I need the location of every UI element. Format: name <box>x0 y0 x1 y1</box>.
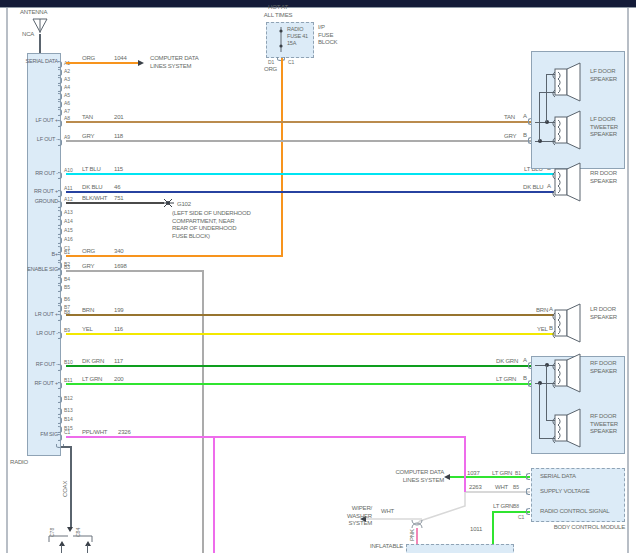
lf-pos-wire <box>66 121 531 123</box>
arrow-left-icon <box>444 474 450 480</box>
pin-a4: A4 <box>64 84 70 90</box>
lf-door-speaker-icon <box>551 62 585 102</box>
wire-color-label: WHT <box>495 484 508 491</box>
wire-color-label: BLK/WHT <box>82 195 107 202</box>
fuse-name-label: RADIOFUSE 4115A <box>287 26 308 47</box>
pin-a3: A3 <box>64 76 70 82</box>
title-bar <box>0 0 636 7</box>
wire-color-label: TAN <box>504 114 515 121</box>
rr-door-speaker-icon <box>551 162 585 202</box>
signal-ground: GROUND <box>25 198 58 204</box>
rf-tweeter-icon <box>551 408 585 448</box>
wire-circuit-label: 1698 <box>114 263 127 270</box>
signal-lf-out-neg: LF OUT - <box>25 136 58 142</box>
frame-left-line <box>6 8 8 553</box>
fm-sig-branch-vertical <box>213 437 215 553</box>
inflatable-box <box>406 544 514 553</box>
bcm-radio-control-label: RADIO CONTROL SIGNAL <box>540 508 609 515</box>
arrow-right-icon <box>138 60 144 66</box>
fuse-wire-color-label: ORG <box>264 66 277 73</box>
coax-conn-left-label: C78 <box>49 528 55 537</box>
ground-wire <box>66 202 164 204</box>
signal-rr-out-neg: RR OUT - <box>25 170 58 176</box>
pnk-wire-label: PNK <box>409 529 416 541</box>
bcm-name-label: BODY CONTROL MODULE <box>531 524 625 532</box>
wire-color-label: DK BLU <box>523 184 543 191</box>
wire-color-label: ORG <box>82 248 95 255</box>
wire-circuit-label: 46 <box>114 184 120 191</box>
bcm-pin-c1: C1 <box>518 514 524 520</box>
b-plus-wire <box>66 255 283 257</box>
pin-a5: A5 <box>64 92 70 98</box>
wire-circuit-label: 1011 <box>470 526 482 533</box>
radio-module-label: RADIO <box>10 459 28 466</box>
signal-rf-out-neg: RF OUT - <box>25 361 58 367</box>
lf-tweeter-label: LF DOORTWEETERSPEAKER <box>590 116 618 139</box>
wire-color-label: BRN <box>82 307 94 314</box>
computer-data-lines-label-bottom: COMPUTER DATALINES SYSTEM <box>386 469 444 484</box>
wire-circuit-label: 201 <box>114 114 123 121</box>
arrow-up-icon <box>85 541 91 546</box>
enable-sig-wire <box>66 270 204 272</box>
signal-lf-out-pos: LF OUT + <box>25 117 58 123</box>
wire-color-label: LT GRN <box>493 503 513 510</box>
wire-color-label: BRN <box>536 307 548 314</box>
pin-b5: B5 <box>64 284 70 290</box>
wire-circuit-label: 1044 <box>114 55 127 62</box>
pin-b4: B4 <box>64 276 70 282</box>
lr-door-speaker-icon <box>551 303 585 343</box>
lf-neg-wire <box>66 140 531 142</box>
antenna-nca-label: NCA <box>22 31 34 38</box>
wire-color-label: LT GRN <box>496 376 516 383</box>
hot-at-all-times-label: HOT ATALL TIMES <box>256 4 300 19</box>
wire-circuit-label: 116 <box>114 326 123 333</box>
rr-neg-wire <box>66 173 554 175</box>
lf-speaker-label: LF DOORSPEAKER <box>590 68 617 83</box>
wire-color-label: GRY <box>82 263 94 270</box>
battery-feed-wire-vertical <box>281 58 283 257</box>
coax-label: COAX <box>62 481 69 497</box>
antenna-lead <box>39 34 41 53</box>
fuse-icon <box>276 25 286 55</box>
wire-color-label: LT GRN <box>82 376 102 383</box>
signal-lr-out-pos: LR OUT + <box>25 311 58 317</box>
coax-conn-right-label: C84 <box>75 528 81 537</box>
wire-color-label: LT GRN <box>492 470 512 477</box>
wire-circuit-label: 751 <box>114 195 123 202</box>
computer-data-lines-label-top: COMPUTER DATALINES SYSTEM <box>150 55 199 70</box>
bcm-serial-data-label: SERIAL DATA <box>540 473 576 480</box>
wire-color-label: GRY <box>82 133 94 140</box>
signal-b-plus: B+ <box>25 251 58 257</box>
wiring-diagram-canvas: ANTENNA NCA HOT ATALL TIMES RADIOFUSE 41… <box>0 0 636 553</box>
rr-speaker-label: RR DOORSPEAKER <box>590 170 617 185</box>
enable-sig-wire-vertical <box>202 270 204 553</box>
rf-speaker-label: RF DOORSPEAKER <box>590 360 617 375</box>
rf-tweeter-label: RF DOORTWEETERSPEAKER <box>590 413 618 436</box>
wire-color-label: WHT <box>381 508 394 515</box>
signal-serial-data: SERIAL DATA <box>25 58 58 64</box>
wire-color-label: GRY <box>504 133 516 140</box>
wire-color-label: DK GRN <box>496 358 518 365</box>
rf-pos-wire <box>66 383 531 385</box>
wire-color-label: PPL/WHT <box>82 429 107 436</box>
wire-color-label: DK BLU <box>82 184 102 191</box>
speaker-pin-label: A <box>523 357 527 364</box>
ground-id-label: G102 <box>177 201 191 208</box>
speaker-pin-label: B <box>523 132 527 139</box>
wire-color-label: LT BLU <box>82 166 101 173</box>
pin-a7: A7 <box>64 108 70 114</box>
inflatable-label: INFLATABLE <box>370 543 403 550</box>
lr-pos-wire <box>66 314 554 316</box>
connector-arc <box>526 473 530 480</box>
pin-b6: B6 <box>64 296 70 302</box>
pin-a15: A15 <box>64 227 73 233</box>
ground-icon <box>162 196 175 209</box>
wire-circuit-label: 1037 <box>467 470 480 477</box>
wire-circuit-label: 2326 <box>118 429 131 436</box>
bcm-wire-complex <box>330 430 530 553</box>
signal-rr-out-pos: RR OUT + <box>25 188 58 194</box>
wire-circuit-label: 117 <box>114 358 123 365</box>
rf-neg-wire <box>66 365 531 367</box>
lf-tweeter-icon <box>551 110 585 150</box>
wire-circuit-label: 340 <box>114 248 123 255</box>
